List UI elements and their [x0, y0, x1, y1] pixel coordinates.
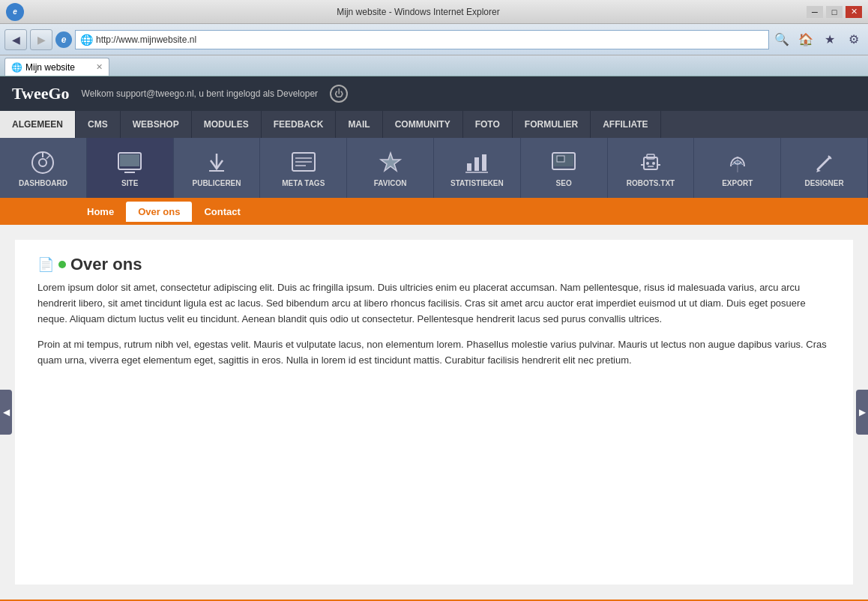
nav-item-algemeen[interactable]: ALGEMEEN — [0, 111, 76, 138]
icon-export[interactable]: EXPORT — [694, 138, 781, 198]
svg-rect-14 — [467, 163, 471, 171]
icon-publiceren[interactable]: PUBLICEREN — [174, 138, 261, 198]
icon-statistieken[interactable]: STATISTIEKEN — [434, 138, 521, 198]
dashboard-label: DASHBOARD — [19, 179, 67, 187]
site-nav-home[interactable]: Home — [75, 202, 126, 222]
metatags-label: META TAGS — [282, 179, 325, 187]
export-icon — [724, 149, 751, 176]
nav-item-webshop[interactable]: WEBSHOP — [121, 111, 192, 138]
page-title: Over ons — [70, 255, 142, 274]
page-body: Lorem ipsum dolor sit amet, consectetur … — [37, 280, 831, 369]
status-dot — [58, 261, 66, 268]
maximize-button[interactable]: □ — [826, 6, 843, 18]
designer-icon — [811, 149, 838, 176]
robotstxt-icon — [637, 149, 664, 176]
nav-item-affiliate[interactable]: AFFILIATE — [591, 111, 660, 138]
app-header: TweeGo Welkom support@tweego.nl, u bent … — [0, 76, 868, 111]
metatags-icon — [290, 149, 317, 176]
favicon-icon — [377, 149, 404, 176]
icon-dashboard[interactable]: DASHBOARD — [0, 138, 87, 198]
content-wrapper: Home Over ons Contact ✕ ◀ ▶ 📄 Over ons — [0, 198, 868, 600]
statistieken-label: STATISTIEKEN — [450, 179, 504, 187]
page-paragraph-2: Proin at mi tempus, rutrum nibh vel, ege… — [37, 337, 831, 369]
nav-item-cms[interactable]: CMS — [76, 111, 121, 138]
site-nav-over-ons[interactable]: Over ons — [126, 202, 192, 222]
site-icon — [116, 149, 143, 176]
left-handle-container: ◀ — [0, 225, 12, 600]
icon-seo[interactable]: SEO — [521, 138, 608, 198]
ie-icon: e — [55, 31, 72, 48]
dashboard-icon — [29, 149, 56, 176]
svg-point-1 — [39, 159, 46, 166]
icon-robotstxt[interactable]: ROBOTS.TXT — [608, 138, 695, 198]
content-area: 📄 Over ons Lorem ipsum dolor sit amet, c… — [0, 225, 868, 600]
robotstxt-label: ROBOTS.TXT — [627, 179, 675, 187]
home-button[interactable]: 🏠 — [796, 30, 816, 49]
tab-label: Mijn website — [25, 62, 75, 73]
svg-line-29 — [818, 157, 830, 169]
publiceren-label: PUBLICEREN — [192, 179, 241, 187]
welcome-message: Welkom support@tweego.nl, u bent ingelog… — [82, 88, 318, 99]
page-icon: 🌐 — [80, 34, 93, 46]
favorites-button[interactable]: ★ — [820, 30, 840, 49]
address-bar[interactable]: 🌐 http://www.mijnwebsite.nl — [75, 30, 769, 49]
site-nav-contact[interactable]: Contact — [192, 202, 252, 222]
browser-titlebar: e Mijn website - Windows Internet Explor… — [0, 0, 868, 24]
seo-label: SEO — [556, 179, 572, 187]
right-panel-handle[interactable]: ▶ — [856, 390, 868, 435]
nav-item-community[interactable]: COMMUNITY — [383, 111, 463, 138]
svg-line-3 — [46, 155, 50, 159]
url-text: http://www.mijnwebsite.nl — [96, 34, 196, 45]
site-navigation: Home Over ons Contact ✕ — [0, 198, 868, 225]
page-content: 📄 Over ons Lorem ipsum dolor sit amet, c… — [15, 240, 853, 585]
svg-rect-16 — [482, 154, 486, 171]
svg-rect-5 — [120, 154, 139, 166]
nav-item-modules[interactable]: MODULES — [192, 111, 262, 138]
window-controls: ─ □ ✕ — [807, 6, 862, 18]
tab-close-button[interactable]: ✕ — [96, 62, 103, 72]
icon-designer[interactable]: DESIGNER — [781, 138, 868, 198]
statistieken-icon — [463, 149, 490, 176]
minimize-button[interactable]: ─ — [807, 6, 823, 18]
svg-point-24 — [652, 162, 655, 165]
designer-label: DESIGNER — [804, 179, 843, 187]
settings-button[interactable]: ⚙ — [844, 30, 864, 49]
page-area: ◀ ▶ 📄 Over ons Lorem ipsum dolor sit ame… — [0, 225, 868, 600]
toolbar-right: 🔍 🏠 ★ ⚙ — [772, 30, 864, 49]
browser-title: Mijn website - Windows Internet Explorer — [30, 7, 807, 17]
main-navigation: ALGEMEEN CMS WEBSHOP MODULES FEEDBACK MA… — [0, 111, 868, 138]
page-paragraph-1: Lorem ipsum dolor sit amet, consectetur … — [37, 280, 831, 327]
site-label: SITE — [121, 179, 138, 187]
left-panel-handle[interactable]: ◀ — [0, 390, 12, 435]
right-handle-container: ▶ — [856, 225, 868, 600]
favicon-label: FAVICON — [374, 179, 407, 187]
search-button[interactable]: 🔍 — [772, 30, 792, 49]
app-logo: TweeGo — [12, 84, 70, 103]
publiceren-icon — [203, 149, 230, 176]
back-button[interactable]: ◀ — [4, 29, 27, 50]
site-nav-wrapper: Home Over ons Contact ✕ — [0, 198, 868, 225]
forward-button[interactable]: ▶ — [30, 29, 52, 50]
power-button[interactable]: ⏻ — [330, 85, 348, 103]
browser-toolbar: ◀ ▶ e 🌐 http://www.mijnwebsite.nl 🔍 🏠 ★ … — [0, 24, 868, 55]
nav-item-formulier[interactable]: FORMULIER — [513, 111, 591, 138]
nav-item-mail[interactable]: MAIL — [336, 111, 382, 138]
svg-rect-20 — [557, 156, 564, 162]
browser-tab[interactable]: 🌐 Mijn website ✕ — [4, 58, 109, 76]
logo-text: TweeGo — [12, 84, 70, 103]
nav-item-foto[interactable]: FOTO — [463, 111, 513, 138]
icon-site[interactable]: SITE — [87, 138, 174, 198]
nav-item-feedback[interactable]: FEEDBACK — [262, 111, 337, 138]
svg-point-23 — [646, 162, 649, 165]
file-icon: 📄 — [37, 256, 54, 273]
tab-bar: 🌐 Mijn website ✕ — [0, 55, 868, 76]
icon-toolbar: DASHBOARD SITE PUBLICEREN META TAGS FAVI… — [0, 138, 868, 198]
close-button[interactable]: ✕ — [846, 6, 862, 18]
page-icon-row: 📄 Over ons — [37, 255, 831, 274]
ie-logo-icon: e — [6, 3, 24, 21]
svg-rect-15 — [474, 157, 479, 171]
tab-favicon: 🌐 — [11, 62, 22, 73]
icon-favicon[interactable]: FAVICON — [347, 138, 434, 198]
icon-metatags[interactable]: META TAGS — [260, 138, 347, 198]
export-label: EXPORT — [722, 179, 753, 187]
